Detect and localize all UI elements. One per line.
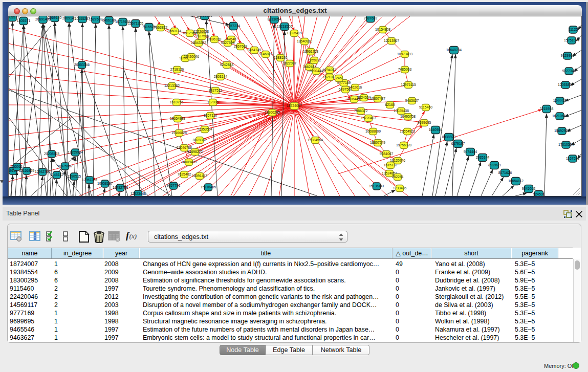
- svg-text:8454749: 8454749: [248, 48, 262, 52]
- svg-text:19756928: 19756928: [396, 143, 411, 147]
- svg-text:15046768: 15046768: [177, 146, 192, 149]
- svg-text:2935144: 2935144: [476, 156, 490, 159]
- svg-text:15716485: 15716485: [201, 185, 216, 189]
- svg-text:2803144: 2803144: [214, 75, 228, 78]
- svg-text:20208578: 20208578: [44, 152, 59, 156]
- svg-text:15692971: 15692971: [554, 129, 570, 133]
- svg-text:924501: 924501: [533, 192, 545, 196]
- svg-text:7462616: 7462616: [349, 85, 362, 89]
- svg-text:12923448: 12923448: [130, 192, 146, 195]
- svg-text:19654923: 19654923: [400, 129, 415, 133]
- svg-text:7663822: 7663822: [154, 26, 168, 29]
- svg-text:7632621: 7632621: [488, 163, 502, 167]
- svg-text:9699695: 9699695: [418, 121, 431, 124]
- svg-text:7955812: 7955812: [308, 58, 321, 62]
- svg-text:16961758: 16961758: [303, 50, 318, 53]
- svg-text:9115460: 9115460: [419, 105, 432, 109]
- svg-text:1733436: 1733436: [393, 186, 407, 190]
- svg-text:1640954: 1640954: [429, 128, 443, 132]
- svg-text:1621072: 1621072: [323, 75, 337, 79]
- svg-text:9463627: 9463627: [405, 99, 419, 102]
- svg-text:10154808: 10154808: [375, 28, 390, 31]
- svg-text:9084067: 9084067: [380, 152, 394, 156]
- svg-text:9474444: 9474444: [464, 150, 477, 154]
- svg-text:12213382: 12213382: [164, 84, 180, 87]
- svg-text:7986372: 7986372: [354, 109, 368, 113]
- svg-text:8938923: 8938923: [442, 135, 456, 139]
- svg-text:1610755: 1610755: [170, 100, 184, 104]
- svg-text:16648784: 16648784: [446, 48, 462, 52]
- svg-text:9242848: 9242848: [220, 63, 234, 67]
- svg-text:18640910: 18640910: [297, 39, 312, 43]
- svg-text:8471626: 8471626: [498, 171, 512, 174]
- svg-text:1615132: 1615132: [384, 163, 398, 167]
- svg-text:15136141: 15136141: [369, 184, 384, 188]
- svg-text:2069140: 2069140: [48, 16, 62, 19]
- svg-text:16210643: 16210643: [552, 114, 568, 118]
- svg-text:16782759: 16782759: [113, 186, 128, 189]
- svg-text:10973493: 10973493: [397, 52, 412, 56]
- svg-text:8878332: 8878332: [193, 138, 207, 142]
- svg-text:8813054: 8813054: [268, 17, 281, 21]
- svg-text:8267110: 8267110: [204, 114, 217, 117]
- svg-text:19166825: 19166825: [171, 131, 187, 135]
- svg-text:8427512: 8427512: [209, 89, 223, 92]
- svg-text:16495758: 16495758: [400, 115, 416, 118]
- svg-text:2718126: 2718126: [170, 68, 184, 71]
- svg-text:10654112: 10654112: [508, 179, 524, 183]
- svg-text:19384554: 19384554: [308, 138, 323, 142]
- svg-text:17010504: 17010504: [558, 143, 574, 146]
- svg-text:1527602: 1527602: [89, 17, 103, 21]
- svg-text:10688609: 10688609: [365, 129, 381, 133]
- svg-text:2687682: 2687682: [364, 16, 378, 20]
- svg-text:15720407: 15720407: [361, 116, 376, 120]
- svg-text:14009489: 14009489: [181, 160, 197, 164]
- svg-text:13325419: 13325419: [287, 31, 302, 35]
- svg-text:18807249: 18807249: [370, 141, 385, 144]
- svg-text:16543362: 16543362: [191, 41, 206, 45]
- svg-text:12353594: 12353594: [197, 127, 212, 131]
- svg-text:10807487: 10807487: [370, 97, 385, 100]
- svg-text:10958187: 10958187: [97, 182, 113, 185]
- svg-text:12093872: 12093872: [558, 83, 573, 86]
- svg-text:20053346: 20053346: [74, 63, 90, 67]
- svg-text:19218506: 19218506: [277, 25, 292, 28]
- svg-text:252254: 252254: [392, 175, 404, 179]
- svg-text:1405571: 1405571: [17, 19, 31, 23]
- svg-text:7485063: 7485063: [398, 68, 412, 71]
- svg-text:1244419: 1244419: [553, 99, 567, 102]
- svg-text:1822037: 1822037: [283, 61, 297, 65]
- svg-text:3824554: 3824554: [357, 96, 371, 99]
- svg-text:9657791: 9657791: [167, 184, 181, 187]
- svg-text:9227343: 9227343: [562, 69, 576, 73]
- svg-text:9146821: 9146821: [259, 52, 273, 56]
- svg-text:17359934: 17359934: [68, 150, 83, 154]
- svg-text:6466160: 6466160: [102, 18, 116, 22]
- svg-text:8990444: 8990444: [310, 69, 323, 73]
- svg-text:18724007: 18724007: [287, 104, 302, 107]
- svg-text:2069141: 2069141: [62, 16, 76, 20]
- svg-text:1167533: 1167533: [566, 157, 579, 160]
- svg-text:12156829: 12156829: [19, 169, 34, 172]
- svg-text:16053809: 16053809: [197, 16, 212, 17]
- svg-text:19654988: 19654988: [170, 117, 185, 120]
- svg-text:23420046: 23420046: [184, 55, 199, 58]
- svg-text:7857234: 7857234: [227, 24, 241, 28]
- svg-text:18300295: 18300295: [265, 111, 280, 114]
- svg-text:1145112: 1145112: [50, 173, 63, 177]
- svg-text:10975887: 10975887: [57, 164, 73, 168]
- svg-text:12942757: 12942757: [35, 170, 50, 173]
- svg-text:1588520: 1588520: [274, 56, 288, 59]
- svg-text:245: 245: [336, 76, 342, 80]
- svg-text:9327506: 9327506: [195, 34, 209, 38]
- svg-text:62160: 62160: [385, 103, 395, 106]
- svg-text:2867608: 2867608: [234, 45, 248, 48]
- svg-text:12213967: 12213967: [384, 39, 399, 42]
- svg-text:17957285: 17957285: [82, 178, 97, 182]
- svg-text:15751074: 15751074: [564, 38, 579, 42]
- svg-text:1290515: 1290515: [68, 174, 81, 178]
- svg-text:6879197: 6879197: [451, 142, 465, 145]
- svg-text:10025438: 10025438: [394, 109, 409, 113]
- svg-text:3215958: 3215958: [540, 107, 554, 111]
- svg-text:9327508: 9327508: [221, 41, 235, 45]
